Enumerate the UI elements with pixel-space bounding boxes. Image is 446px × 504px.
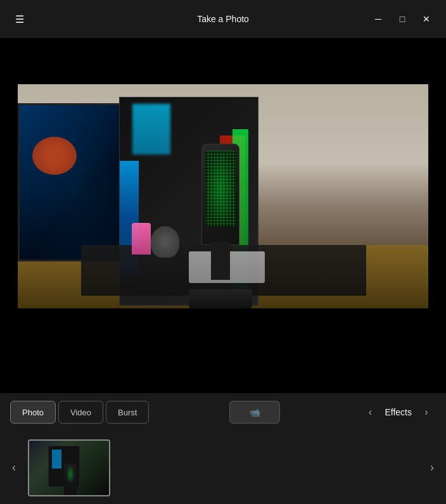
effects-nav: ‹ Effects › (360, 403, 436, 422)
microphone (189, 144, 252, 308)
thumbnail-image (29, 441, 109, 495)
window-title: Take a Photo (197, 14, 249, 24)
minimize-button[interactable]: ─ (369, 9, 388, 28)
maximize-button[interactable]: □ (393, 9, 412, 28)
toolbar-top: Photo Video Burst 📹 ‹ Effects › (0, 393, 446, 431)
camera-view (18, 84, 428, 308)
tab-burst[interactable]: Burst (106, 401, 149, 424)
pc-glow-top (132, 104, 170, 154)
monitor (18, 103, 125, 261)
thumbnail-strip: ‹ › (0, 431, 446, 504)
monitor-glow (20, 105, 124, 260)
thumbnail-item[interactable] (28, 439, 110, 496)
toy-figure (132, 223, 151, 255)
window-controls: ─ □ ✕ (369, 9, 436, 28)
camera-area (0, 38, 446, 355)
camera-image (18, 84, 428, 308)
thumb-mic (64, 463, 77, 495)
mic-glow (205, 151, 236, 227)
mic-body (201, 144, 239, 245)
minimize-icon: ─ (375, 14, 381, 24)
effects-label: Effects (385, 407, 412, 417)
menu-icon: ☰ (15, 13, 24, 25)
close-button[interactable]: ✕ (417, 9, 436, 28)
monitor-ubuntu (32, 137, 77, 175)
strip-next-button[interactable]: › (423, 459, 441, 477)
effects-next-button[interactable]: › (417, 403, 436, 422)
menu-button[interactable]: ☰ (10, 9, 29, 28)
tab-photo[interactable]: Photo (10, 401, 56, 424)
monitor-screen (20, 105, 124, 260)
record-button[interactable]: 📹 (229, 401, 280, 424)
tab-group: Photo Video Burst (10, 401, 149, 424)
thumbnail-container (28, 439, 418, 496)
tab-video[interactable]: Video (58, 401, 103, 424)
effects-prev-button[interactable]: ‹ (360, 403, 379, 422)
maximize-icon: □ (400, 14, 405, 24)
close-icon: ✕ (423, 14, 430, 24)
mic-base (189, 289, 252, 308)
record-icon: 📹 (250, 408, 260, 417)
strip-prev-button[interactable]: ‹ (5, 459, 23, 477)
thumb-pc-glow (52, 450, 61, 469)
bottom-toolbar: Photo Video Burst 📹 ‹ Effects › ‹ (0, 393, 446, 504)
smart-speaker (151, 226, 179, 258)
thumb-mic-green (66, 465, 75, 484)
title-bar: ☰ Take a Photo ─ □ ✕ (0, 0, 446, 38)
mic-stand (211, 242, 230, 280)
